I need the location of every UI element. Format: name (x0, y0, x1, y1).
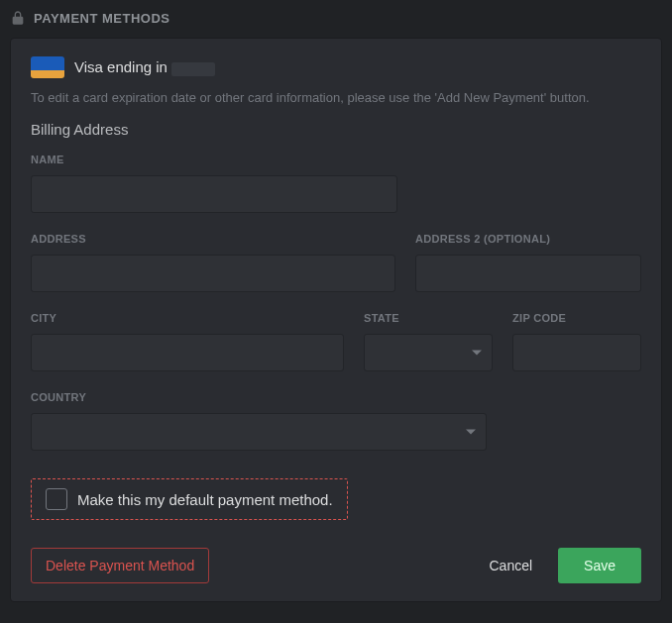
card-label: Visa ending in (74, 58, 215, 75)
country-select[interactable] (31, 413, 487, 451)
default-payment-row[interactable]: Make this my default payment method. (31, 478, 348, 520)
zip-label: ZIP CODE (512, 312, 641, 324)
country-field-group: COUNTRY (31, 391, 641, 451)
chevron-down-icon (472, 351, 482, 356)
zip-input[interactable] (512, 334, 641, 371)
state-select[interactable] (364, 334, 493, 371)
name-label: NAME (31, 154, 641, 165)
delete-payment-button[interactable]: Delete Payment Method (31, 548, 209, 583)
name-input[interactable] (31, 175, 397, 213)
address-field-group: ADDRESS (31, 233, 395, 292)
payment-card-panel: Visa ending in To edit a card expiration… (10, 38, 662, 602)
address-input[interactable] (31, 255, 395, 292)
default-payment-checkbox[interactable] (46, 488, 67, 510)
state-label: STATE (364, 312, 493, 324)
default-payment-label: Make this my default payment method. (77, 491, 333, 508)
cancel-button[interactable]: Cancel (479, 550, 542, 581)
helper-text: To edit a card expiration date or other … (31, 90, 641, 105)
visa-icon (31, 56, 64, 78)
page-header: PAYMENT METHODS (10, 10, 662, 38)
city-field-group: CITY (31, 312, 344, 371)
chevron-down-icon (466, 430, 476, 435)
lock-icon (10, 10, 26, 26)
save-button[interactable]: Save (558, 548, 641, 583)
address2-field-group: ADDRESS 2 (OPTIONAL) (415, 233, 641, 292)
panel-footer: Delete Payment Method Cancel Save (31, 548, 641, 583)
address2-label: ADDRESS 2 (OPTIONAL) (415, 233, 641, 245)
city-label: CITY (31, 312, 344, 324)
country-label: COUNTRY (31, 391, 641, 403)
card-brand-text: Visa ending in (74, 58, 168, 75)
address2-input[interactable] (415, 255, 641, 292)
card-header: Visa ending in (31, 56, 641, 78)
card-last4-redacted (171, 62, 215, 76)
billing-section-title: Billing Address (31, 121, 641, 138)
address-label: ADDRESS (31, 233, 395, 245)
page-title: PAYMENT METHODS (34, 11, 170, 26)
name-field-group: NAME (31, 154, 641, 213)
zip-field-group: ZIP CODE (512, 312, 641, 371)
state-field-group: STATE (364, 312, 493, 371)
footer-right: Cancel Save (479, 548, 641, 583)
city-input[interactable] (31, 334, 344, 371)
